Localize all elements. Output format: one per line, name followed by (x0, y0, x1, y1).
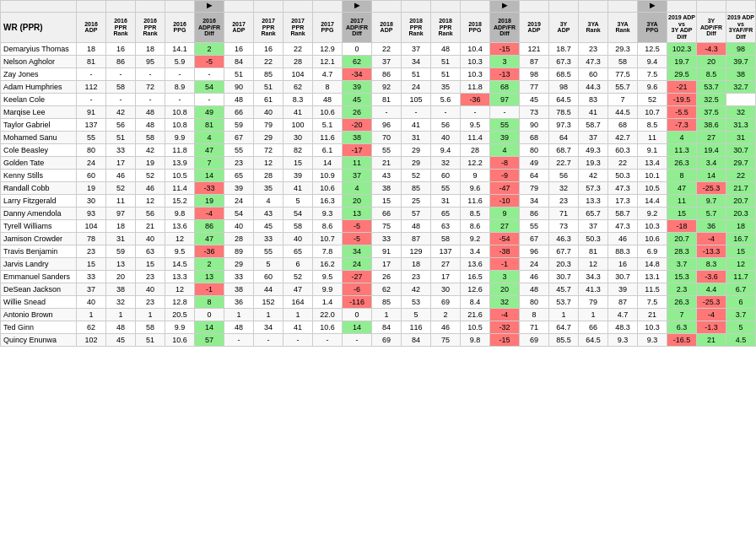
cell-h: 65 (224, 169, 254, 181)
cell-k: 16.3 (313, 194, 343, 207)
col-v-header2: 3YARank (579, 13, 608, 43)
cell-p: 9.4 (431, 143, 461, 156)
cell-af: 6 (726, 295, 756, 308)
cell-p: 35 (431, 80, 461, 93)
cell-ae: -4 (697, 232, 726, 245)
col-p-header1 (431, 1, 461, 13)
player-name: Jamison Crowder (1, 232, 77, 245)
cell-d: 72 (136, 80, 165, 93)
cell-p: 63 (431, 219, 461, 232)
cell-d: 52 (136, 169, 165, 181)
cell-s: 3 (490, 55, 520, 67)
cell-v: 49.3 (579, 143, 608, 156)
cell-d: 58 (136, 131, 165, 143)
cell-i: 12 (254, 156, 284, 169)
cell-q: 10.3 (461, 67, 490, 80)
cell-b: 15 (77, 257, 106, 270)
cell-af: 31.3 (726, 118, 756, 131)
cell-e: 9.8 (165, 207, 195, 219)
cell-w: 60.3 (608, 143, 638, 156)
cell-h: 89 (224, 245, 254, 257)
cell-i: 5 (254, 257, 284, 270)
cell-u: 85.5 (549, 333, 579, 346)
cell-u: 71 (549, 207, 579, 219)
cell-e: 10.8 (165, 105, 195, 118)
cell-g: 14 (195, 321, 224, 333)
cell-h: 90 (224, 80, 254, 93)
cell-d: 42 (136, 143, 165, 156)
cell-p: 30 (431, 283, 461, 295)
table-row: Travis Benjamin2359639.5-368955657.83491… (1, 245, 756, 257)
cell-n: 43 (372, 169, 402, 181)
cell-n: 86 (372, 67, 402, 80)
cell-g: 7 (195, 156, 224, 169)
cell-p: 2 (431, 308, 461, 321)
cell-s: 4 (490, 143, 520, 156)
cell-h: 1 (224, 308, 254, 321)
cell-q: 9.2 (461, 232, 490, 245)
cell-p: 60 (431, 169, 461, 181)
cell-d: 23 (136, 295, 165, 308)
cell-e: 15.2 (165, 194, 195, 207)
player-name: Kenny Stills (1, 169, 77, 181)
cell-i: 45 (254, 219, 284, 232)
cell-ad: -18 (667, 219, 697, 232)
cell-s: -9 (490, 169, 520, 181)
cell-i: 33 (254, 232, 284, 245)
cell-o: 5 (402, 308, 431, 321)
cell-i: 152 (254, 295, 284, 308)
cell-k: 11.6 (313, 131, 343, 143)
cell-ad: 26.3 (667, 156, 697, 169)
cell-v: 12 (579, 257, 608, 270)
player-name: Ted Ginn (1, 321, 77, 333)
col-v-header1 (579, 1, 608, 13)
cell-af: 18 (726, 219, 756, 232)
cell-p: 75 (431, 333, 461, 346)
player-name: Travis Benjamin (1, 245, 77, 257)
header-row-1: ▶ ▶ ▶ ▶ (1, 1, 756, 13)
cell-d: 23 (136, 270, 165, 283)
cell-j: 100 (284, 118, 313, 131)
cell-q: 9.8 (461, 333, 490, 346)
cell-d: 19 (136, 156, 165, 169)
cell-i: 28 (254, 169, 284, 181)
cell-b: - (77, 93, 106, 105)
cell-v: 1 (579, 308, 608, 321)
cell-u: 46.3 (549, 232, 579, 245)
cell-u: 97.3 (549, 118, 579, 131)
cell-h: 38 (224, 283, 254, 295)
cell-i: 1 (254, 308, 284, 321)
cell-e: 12 (165, 283, 195, 295)
cell-ad: 20.7 (667, 232, 697, 245)
cell-h: 66 (224, 105, 254, 118)
cell-d: 48 (136, 105, 165, 118)
cell-ae: -4.3 (697, 42, 726, 55)
cell-o: 31 (402, 131, 431, 143)
cell-b: - (77, 67, 106, 80)
cell-h: 39 (224, 181, 254, 194)
cell-ad: 19.7 (667, 55, 697, 67)
cell-af: 32 (726, 105, 756, 118)
col-ae-header1 (697, 1, 726, 13)
cell-o: 84 (402, 333, 431, 346)
cell-ae: 9.7 (697, 194, 726, 207)
cell-d: 95 (136, 55, 165, 67)
cell-p: 46 (431, 321, 461, 333)
cell-ad: 28.3 (667, 245, 697, 257)
cell-u: 64 (549, 131, 579, 143)
cell-j: 65 (284, 245, 313, 257)
cell-o: 29 (402, 143, 431, 156)
cell-q: 11.6 (461, 194, 490, 207)
cell-v: 42 (579, 169, 608, 181)
cell-x: 7.5 (638, 295, 667, 308)
cell-ae: -3.6 (697, 270, 726, 283)
cell-v: 60 (579, 67, 608, 80)
player-name: Keelan Cole (1, 93, 77, 105)
cell-af: 31 (726, 131, 756, 143)
cell-q: 8.5 (461, 207, 490, 219)
cell-c: 58 (106, 80, 136, 93)
cell-af: 11.7 (726, 270, 756, 283)
cell-d: - (136, 67, 165, 80)
cell-m: 13 (343, 207, 372, 219)
cell-c: 52 (106, 181, 136, 194)
